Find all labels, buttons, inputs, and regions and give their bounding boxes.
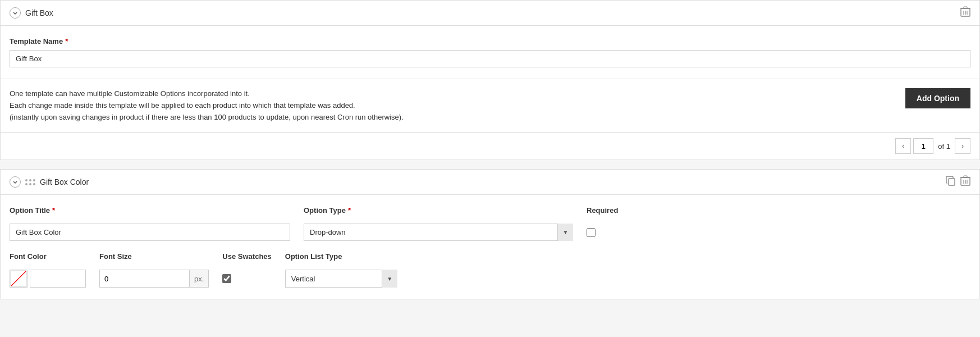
option-title-label: Gift Box Color [40,177,89,186]
required-field-label: Required [587,206,654,215]
required-checkbox-wrapper [587,228,654,237]
section-gap [0,160,980,169]
font-color-swatch-button[interactable] [10,270,28,288]
option-type-field-group: Option Type * Drop-down Radio Buttons Ch… [304,206,573,241]
option-section: Gift Box Color [0,169,980,299]
add-option-button[interactable]: Add Option [905,88,970,108]
option-type-field-label: Option Type * [304,206,573,215]
option-title-field-group: Option Title * [10,206,290,241]
option-list-type-label: Option List Type [285,252,397,261]
option-fields: Option Title * Option Type * Drop-down R [1,195,979,299]
font-color-label: Font Color [10,252,86,261]
px-label: px. [189,270,209,288]
font-size-group: Font Size px. [99,252,209,288]
gift-box-header: Gift Box [0,0,980,26]
info-text: One template can have multiple Customiza… [10,88,404,123]
of-label: of 1 [938,142,950,151]
option-copy-icon[interactable] [946,176,956,188]
option-title-input[interactable] [10,224,290,241]
template-name-label: Template Name * [10,37,970,45]
option-title-field-label: Option Title * [10,206,290,215]
svg-line-13 [11,271,26,286]
option-header: Gift Box Color [1,170,979,195]
svg-rect-2 [964,7,967,8]
required-field-group: Required [587,206,654,237]
font-size-label: Font Size [99,252,209,261]
option-header-right [946,175,970,189]
option-type-select-wrapper: Drop-down Radio Buttons Checkbox Multipl… [304,224,573,241]
option-type-select[interactable]: Drop-down Radio Buttons Checkbox Multipl… [304,224,562,241]
prev-page-button[interactable]: ‹ [895,138,911,154]
next-page-button[interactable]: › [955,138,970,154]
option-title-required: * [52,206,55,215]
font-size-input[interactable] [99,270,189,288]
required-checkbox[interactable] [587,228,596,237]
option-list-type-select-wrapper: Vertical Horizontal ▼ [285,270,397,288]
option-list-type-select[interactable]: Vertical Horizontal [285,270,397,288]
svg-rect-9 [964,176,967,177]
use-swatches-checkbox[interactable] [222,274,231,283]
fields-row-2: Font Color Font Size [10,252,970,288]
option-delete-icon[interactable] [960,175,970,189]
use-swatches-group: Use Swatches [222,252,271,288]
use-swatches-label: Use Swatches [222,252,271,261]
gift-box-header-left: Gift Box [10,7,53,19]
font-color-text-input[interactable] [30,270,86,288]
font-size-control: px. [99,270,209,288]
template-name-section: Template Name * [0,26,980,79]
font-color-control [10,270,86,288]
gift-box-delete-icon[interactable] [960,6,970,20]
svg-rect-6 [949,179,955,185]
swatches-control [222,270,271,288]
page-wrapper: Gift Box Template Name * One template ca… [0,0,980,337]
collapse-icon[interactable] [10,7,21,19]
font-color-group: Font Color [10,252,86,288]
option-collapse-icon[interactable] [10,176,21,188]
info-add-section: One template can have multiple Customiza… [0,79,980,133]
template-name-required: * [65,37,68,45]
fields-row-1: Option Title * Option Type * Drop-down R [10,206,970,241]
option-list-type-group: Option List Type Vertical Horizontal ▼ [285,252,397,288]
option-header-left: Gift Box Color [10,176,89,188]
page-number-input[interactable] [913,138,933,154]
gift-box-section-title: Gift Box [25,8,53,17]
template-name-input[interactable] [10,50,970,67]
option-type-required: * [348,206,351,215]
drag-handle-icon[interactable] [25,179,35,185]
pagination-row: ‹ of 1 › [0,133,980,160]
